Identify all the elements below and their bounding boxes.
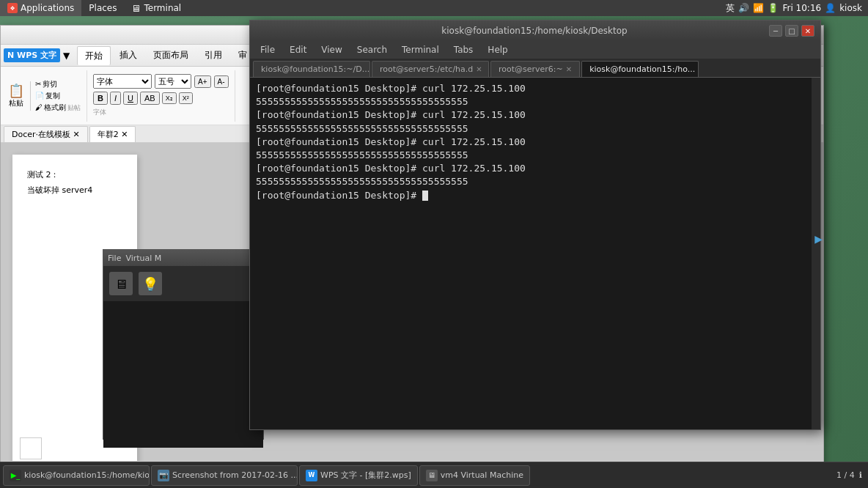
font-shrink-button[interactable]: A-: [214, 75, 229, 88]
superscript-button[interactable]: X²: [179, 92, 193, 104]
terminal-win-controls: ─ □ ✕: [769, 25, 814, 37]
cut-button[interactable]: ✂剪切: [35, 79, 66, 89]
menu-search[interactable]: Search: [351, 43, 393, 56]
clipboard-section: 📋 粘贴 ✂剪切 📄复制 🖌格式刷 贴帖: [7, 70, 87, 122]
bold-button[interactable]: B: [93, 92, 108, 105]
menu-tabs[interactable]: Tabs: [448, 43, 479, 56]
terminal-label: Terminal: [144, 3, 181, 13]
vm-window: File Virtual M 🖥 💡: [103, 249, 264, 440]
vm-bulb-icon[interactable]: 💡: [139, 272, 162, 295]
tab2-label: root@server5:/etc/ha.d: [380, 64, 473, 74]
taskbar-screenshot[interactable]: 📷 Screenshot from 2017-02-16 ...: [151, 465, 298, 486]
username: kiosk: [839, 3, 862, 13]
copy-button[interactable]: 📄复制: [35, 91, 66, 101]
tab-page-layout[interactable]: 页面布局: [146, 46, 196, 64]
wps-logo-area: N WPS 文字 ▼: [4, 48, 70, 62]
paste-button[interactable]: 📋 粘贴: [7, 81, 26, 110]
vm-monitor-icon[interactable]: 🖥: [109, 272, 133, 295]
vm-titlebar: File Virtual M: [103, 250, 263, 266]
menu-edit[interactable]: Edit: [284, 43, 312, 56]
line-2: 5555555555555555555555555555555555555: [256, 95, 806, 108]
menu-view[interactable]: View: [315, 43, 347, 56]
terminal-icon: 🖥: [131, 3, 141, 14]
menu-file[interactable]: File: [254, 43, 281, 56]
font-grow-button[interactable]: A+: [194, 75, 211, 88]
desktop: WPS 文字 - [集群2.wps] ─ □ ✕ N WPS 文字 ▼ 开始 插…: [0, 16, 868, 462]
terminal-maximize-button[interactable]: □: [785, 25, 798, 37]
taskbar-vm[interactable]: 🖥 vm4 Virtual Machine: [419, 465, 530, 486]
user-icon: 👤: [825, 3, 836, 13]
taskbar-terminal-label: kiosk@foundation15:/home/kios...: [24, 470, 150, 480]
line-6: 5555555555555555555555555555555555555: [256, 149, 806, 162]
test-text: 测试 2：: [27, 169, 122, 180]
strikethrough-button[interactable]: AB: [140, 92, 160, 105]
terminal-titlebar: kiosk@foundation15:/home/kiosk/Desktop ─…: [250, 21, 820, 41]
menu-terminal[interactable]: Terminal: [396, 43, 445, 56]
taskbar-wps[interactable]: W WPS 文字 - [集群2.wps]: [299, 465, 418, 486]
terminal-tabs: kiosk@foundation15:~/D... ✕ root@server5…: [250, 59, 820, 78]
tab1-label: kiosk@foundation15:~/D...: [261, 64, 369, 74]
taskbar-info-icon: ℹ: [859, 470, 862, 480]
format-painter-button[interactable]: 🖌格式刷: [35, 103, 66, 113]
taskbar-terminal-icon: ▶_: [10, 470, 21, 481]
vm-screen: [103, 301, 263, 448]
vm-file-menu[interactable]: File: [108, 254, 121, 263]
taskbar-screenshot-label: Screenshot from 2017-02-16 ...: [172, 470, 298, 480]
places-label: Places: [89, 3, 117, 13]
page-element: [20, 437, 42, 459]
terminal-tab-2[interactable]: root@server5:/etc/ha.d ✕: [372, 61, 489, 77]
taskbar-wps-label: WPS 文字 - [集群2.wps]: [320, 470, 411, 481]
vm-toolbar: 🖥 💡: [103, 266, 263, 301]
dropdown-icon: ▼: [63, 51, 70, 61]
tab2-close[interactable]: ✕: [476, 65, 482, 73]
tab-insert[interactable]: 插入: [112, 46, 144, 64]
font-family-select[interactable]: 字体: [93, 74, 152, 89]
line-3: [root@foundation15 Desktop]# curl 172.25…: [256, 108, 806, 122]
taskbar-screenshot-icon: 📷: [158, 470, 169, 481]
terminal-minimize-button[interactable]: ─: [769, 25, 782, 37]
gnome-icon: ❖: [7, 3, 18, 13]
underline-button[interactable]: U: [123, 92, 138, 105]
terminal-output[interactable]: [root@foundation15 Desktop]# curl 172.25…: [250, 78, 812, 429]
tab-start[interactable]: 开始: [77, 46, 111, 65]
terminal-scrollbar[interactable]: [812, 78, 820, 429]
wps-logo: N WPS 文字: [4, 48, 60, 62]
taskbar: ▶_ kiosk@foundation15:/home/kios... 📷 Sc…: [0, 462, 868, 488]
applications-menu[interactable]: ❖ Applications: [0, 0, 81, 16]
italic-button[interactable]: I: [110, 92, 121, 105]
terminal-tab-1[interactable]: kiosk@foundation15:~/D... ✕: [253, 61, 370, 77]
vm-virtual-menu[interactable]: Virtual M: [125, 254, 161, 263]
line-8: 5555555555555555555555555555555555555: [256, 175, 806, 188]
terminal-title: kiosk@foundation15:/home/kiosk/Desktop: [300, 26, 769, 36]
subscript-button[interactable]: X₂: [162, 92, 177, 104]
volume-icon: 🔊: [738, 3, 749, 13]
network-icon: 📶: [753, 3, 764, 13]
line-1: [root@foundation15 Desktop]# curl 172.25…: [256, 82, 806, 95]
places-menu[interactable]: Places: [81, 0, 124, 16]
terminal-menu[interactable]: 🖥 Terminal: [124, 0, 188, 16]
menu-help[interactable]: Help: [482, 43, 513, 56]
system-info: 英: [726, 2, 735, 15]
tab-reference[interactable]: 引用: [197, 46, 229, 64]
damage-text: 当破坏掉 server4: [27, 185, 122, 196]
terminal-menubar: File Edit View Search Terminal Tabs Help: [250, 41, 820, 59]
clock: Fri 10:16: [782, 3, 821, 13]
doc-tab-docer[interactable]: Docer·在线模板 ✕: [4, 126, 88, 142]
tab3-close[interactable]: ✕: [566, 65, 572, 73]
terminal-body: [root@foundation15 Desktop]# curl 172.25…: [250, 78, 820, 429]
taskbar-wps-icon: W: [306, 470, 317, 481]
battery-icon: 🔋: [768, 3, 779, 13]
tab4-label: kiosk@foundation15:/ho...: [589, 64, 695, 74]
font-section: 字体 五号 A+ A- B I U AB X₂ X² 字体: [93, 70, 235, 122]
terminal-tab-3[interactable]: root@server6:~ ✕: [490, 61, 580, 77]
terminal-close-button[interactable]: ✕: [801, 25, 814, 37]
tab4-close[interactable]: ✕: [698, 65, 699, 73]
line-5: [root@foundation15 Desktop]# curl 172.25…: [256, 136, 806, 149]
tab3-label: root@server6:~: [499, 64, 563, 74]
taskbar-vm-icon: 🖥: [426, 470, 438, 481]
system-topbar: ❖ Applications Places 🖥 Terminal 英 🔊 📶 🔋…: [0, 0, 868, 16]
font-size-select[interactable]: 五号: [155, 74, 191, 89]
taskbar-terminal[interactable]: ▶_ kiosk@foundation15:/home/kios...: [3, 465, 150, 486]
terminal-tab-4[interactable]: kiosk@foundation15:/ho... ✕: [581, 61, 699, 77]
doc-tab-jiqun[interactable]: 年群2 ✕: [89, 126, 136, 142]
